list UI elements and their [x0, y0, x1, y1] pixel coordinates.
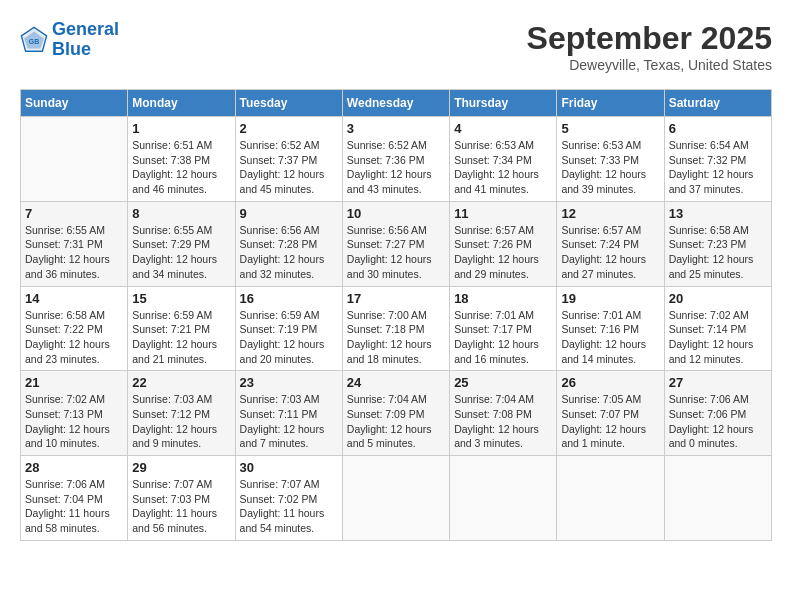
day-info: Sunrise: 7:01 AM Sunset: 7:16 PM Dayligh…: [561, 308, 659, 367]
header-cell-monday: Monday: [128, 90, 235, 117]
day-number: 30: [240, 460, 338, 475]
week-row-2: 7Sunrise: 6:55 AM Sunset: 7:31 PM Daylig…: [21, 201, 772, 286]
header-cell-tuesday: Tuesday: [235, 90, 342, 117]
svg-text:GB: GB: [29, 38, 40, 45]
day-info: Sunrise: 6:59 AM Sunset: 7:21 PM Dayligh…: [132, 308, 230, 367]
day-number: 17: [347, 291, 445, 306]
day-info: Sunrise: 7:03 AM Sunset: 7:11 PM Dayligh…: [240, 392, 338, 451]
day-cell: [21, 117, 128, 202]
day-number: 2: [240, 121, 338, 136]
day-info: Sunrise: 7:01 AM Sunset: 7:17 PM Dayligh…: [454, 308, 552, 367]
header-cell-wednesday: Wednesday: [342, 90, 449, 117]
logo: GB General Blue: [20, 20, 119, 60]
header-cell-saturday: Saturday: [664, 90, 771, 117]
day-number: 3: [347, 121, 445, 136]
day-info: Sunrise: 6:58 AM Sunset: 7:23 PM Dayligh…: [669, 223, 767, 282]
day-info: Sunrise: 7:00 AM Sunset: 7:18 PM Dayligh…: [347, 308, 445, 367]
day-cell: 24Sunrise: 7:04 AM Sunset: 7:09 PM Dayli…: [342, 371, 449, 456]
day-number: 25: [454, 375, 552, 390]
day-info: Sunrise: 7:07 AM Sunset: 7:02 PM Dayligh…: [240, 477, 338, 536]
day-info: Sunrise: 6:51 AM Sunset: 7:38 PM Dayligh…: [132, 138, 230, 197]
day-cell: 26Sunrise: 7:05 AM Sunset: 7:07 PM Dayli…: [557, 371, 664, 456]
day-cell: 27Sunrise: 7:06 AM Sunset: 7:06 PM Dayli…: [664, 371, 771, 456]
day-info: Sunrise: 6:55 AM Sunset: 7:31 PM Dayligh…: [25, 223, 123, 282]
day-info: Sunrise: 6:59 AM Sunset: 7:19 PM Dayligh…: [240, 308, 338, 367]
day-info: Sunrise: 6:57 AM Sunset: 7:26 PM Dayligh…: [454, 223, 552, 282]
day-number: 11: [454, 206, 552, 221]
day-cell: 30Sunrise: 7:07 AM Sunset: 7:02 PM Dayli…: [235, 456, 342, 541]
day-info: Sunrise: 7:02 AM Sunset: 7:14 PM Dayligh…: [669, 308, 767, 367]
header-cell-friday: Friday: [557, 90, 664, 117]
day-info: Sunrise: 6:54 AM Sunset: 7:32 PM Dayligh…: [669, 138, 767, 197]
title-block: September 2025 Deweyville, Texas, United…: [527, 20, 772, 73]
day-number: 6: [669, 121, 767, 136]
day-cell: 13Sunrise: 6:58 AM Sunset: 7:23 PM Dayli…: [664, 201, 771, 286]
day-info: Sunrise: 6:53 AM Sunset: 7:33 PM Dayligh…: [561, 138, 659, 197]
day-number: 10: [347, 206, 445, 221]
day-cell: 8Sunrise: 6:55 AM Sunset: 7:29 PM Daylig…: [128, 201, 235, 286]
day-number: 5: [561, 121, 659, 136]
day-info: Sunrise: 6:52 AM Sunset: 7:36 PM Dayligh…: [347, 138, 445, 197]
day-number: 29: [132, 460, 230, 475]
day-number: 16: [240, 291, 338, 306]
logo-line2: Blue: [52, 39, 91, 59]
day-number: 8: [132, 206, 230, 221]
calendar-body: 1Sunrise: 6:51 AM Sunset: 7:38 PM Daylig…: [21, 117, 772, 541]
month-title: September 2025: [527, 20, 772, 57]
day-number: 28: [25, 460, 123, 475]
day-cell: 18Sunrise: 7:01 AM Sunset: 7:17 PM Dayli…: [450, 286, 557, 371]
day-cell: 29Sunrise: 7:07 AM Sunset: 7:03 PM Dayli…: [128, 456, 235, 541]
day-cell: 15Sunrise: 6:59 AM Sunset: 7:21 PM Dayli…: [128, 286, 235, 371]
day-info: Sunrise: 7:06 AM Sunset: 7:04 PM Dayligh…: [25, 477, 123, 536]
day-info: Sunrise: 7:04 AM Sunset: 7:09 PM Dayligh…: [347, 392, 445, 451]
logo-icon: GB: [20, 26, 48, 54]
day-cell: 10Sunrise: 6:56 AM Sunset: 7:27 PM Dayli…: [342, 201, 449, 286]
page-header: GB General Blue September 2025 Deweyvill…: [20, 20, 772, 73]
day-number: 26: [561, 375, 659, 390]
location: Deweyville, Texas, United States: [527, 57, 772, 73]
day-cell: [557, 456, 664, 541]
day-number: 22: [132, 375, 230, 390]
day-number: 19: [561, 291, 659, 306]
day-cell: 1Sunrise: 6:51 AM Sunset: 7:38 PM Daylig…: [128, 117, 235, 202]
day-cell: 20Sunrise: 7:02 AM Sunset: 7:14 PM Dayli…: [664, 286, 771, 371]
day-cell: 7Sunrise: 6:55 AM Sunset: 7:31 PM Daylig…: [21, 201, 128, 286]
header-cell-sunday: Sunday: [21, 90, 128, 117]
day-number: 21: [25, 375, 123, 390]
week-row-4: 21Sunrise: 7:02 AM Sunset: 7:13 PM Dayli…: [21, 371, 772, 456]
day-number: 20: [669, 291, 767, 306]
day-info: Sunrise: 6:52 AM Sunset: 7:37 PM Dayligh…: [240, 138, 338, 197]
day-info: Sunrise: 6:56 AM Sunset: 7:27 PM Dayligh…: [347, 223, 445, 282]
day-number: 15: [132, 291, 230, 306]
day-cell: [450, 456, 557, 541]
day-info: Sunrise: 6:58 AM Sunset: 7:22 PM Dayligh…: [25, 308, 123, 367]
calendar-header: SundayMondayTuesdayWednesdayThursdayFrid…: [21, 90, 772, 117]
day-cell: 17Sunrise: 7:00 AM Sunset: 7:18 PM Dayli…: [342, 286, 449, 371]
day-cell: 5Sunrise: 6:53 AM Sunset: 7:33 PM Daylig…: [557, 117, 664, 202]
day-cell: 19Sunrise: 7:01 AM Sunset: 7:16 PM Dayli…: [557, 286, 664, 371]
day-cell: 12Sunrise: 6:57 AM Sunset: 7:24 PM Dayli…: [557, 201, 664, 286]
day-info: Sunrise: 6:56 AM Sunset: 7:28 PM Dayligh…: [240, 223, 338, 282]
day-info: Sunrise: 7:05 AM Sunset: 7:07 PM Dayligh…: [561, 392, 659, 451]
logo-text: General Blue: [52, 20, 119, 60]
day-cell: 11Sunrise: 6:57 AM Sunset: 7:26 PM Dayli…: [450, 201, 557, 286]
day-info: Sunrise: 7:02 AM Sunset: 7:13 PM Dayligh…: [25, 392, 123, 451]
day-info: Sunrise: 6:57 AM Sunset: 7:24 PM Dayligh…: [561, 223, 659, 282]
day-cell: 16Sunrise: 6:59 AM Sunset: 7:19 PM Dayli…: [235, 286, 342, 371]
week-row-3: 14Sunrise: 6:58 AM Sunset: 7:22 PM Dayli…: [21, 286, 772, 371]
day-info: Sunrise: 7:03 AM Sunset: 7:12 PM Dayligh…: [132, 392, 230, 451]
day-number: 27: [669, 375, 767, 390]
day-number: 12: [561, 206, 659, 221]
header-row: SundayMondayTuesdayWednesdayThursdayFrid…: [21, 90, 772, 117]
day-cell: 21Sunrise: 7:02 AM Sunset: 7:13 PM Dayli…: [21, 371, 128, 456]
calendar-table: SundayMondayTuesdayWednesdayThursdayFrid…: [20, 89, 772, 541]
day-cell: 28Sunrise: 7:06 AM Sunset: 7:04 PM Dayli…: [21, 456, 128, 541]
day-cell: [664, 456, 771, 541]
day-cell: 4Sunrise: 6:53 AM Sunset: 7:34 PM Daylig…: [450, 117, 557, 202]
day-cell: 23Sunrise: 7:03 AM Sunset: 7:11 PM Dayli…: [235, 371, 342, 456]
day-cell: 6Sunrise: 6:54 AM Sunset: 7:32 PM Daylig…: [664, 117, 771, 202]
week-row-5: 28Sunrise: 7:06 AM Sunset: 7:04 PM Dayli…: [21, 456, 772, 541]
day-number: 1: [132, 121, 230, 136]
day-cell: 14Sunrise: 6:58 AM Sunset: 7:22 PM Dayli…: [21, 286, 128, 371]
day-number: 24: [347, 375, 445, 390]
